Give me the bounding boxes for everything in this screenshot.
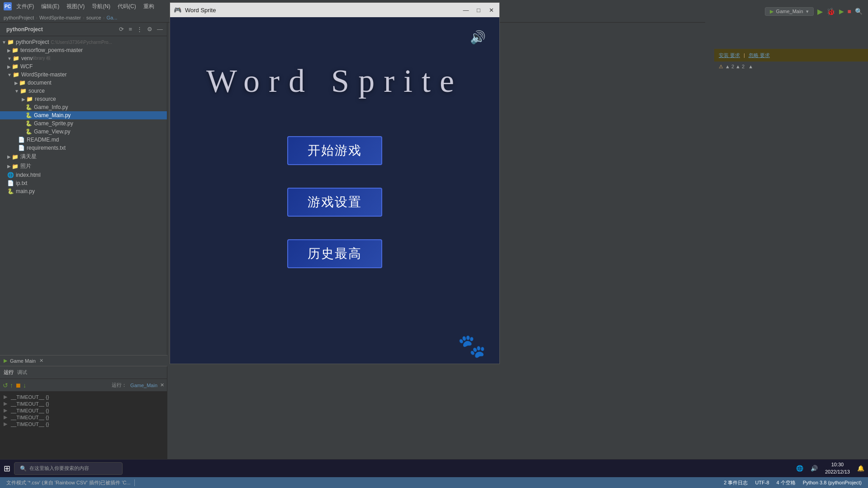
debug-tab-label[interactable]: 调试 xyxy=(17,369,27,376)
settings-button[interactable]: 游戏设置 xyxy=(287,188,382,217)
tree-requirements[interactable]: 📄 requirements.txt xyxy=(0,144,167,152)
run-tab-label[interactable]: 运行 xyxy=(4,369,14,376)
requirements-label: requirements.txt xyxy=(27,145,66,151)
start-game-button[interactable]: 开始游戏 xyxy=(287,136,382,165)
breadcrumb-folder2[interactable]: source xyxy=(86,15,101,20)
history-label: 历史最高 xyxy=(308,245,362,262)
stop-button[interactable]: ■ xyxy=(848,8,851,15)
run-config-label: Game_Main xyxy=(776,9,803,14)
tree-readme[interactable]: 📄 README.md xyxy=(0,136,167,144)
breadcrumb-sep3: › xyxy=(103,15,105,20)
breadcrumb-sep1: › xyxy=(36,15,38,20)
run-panel-toolbar: ↺ ↑ ⏹ ↓ 运行： Game_Main ✕ xyxy=(0,379,167,392)
menu-view[interactable]: 视图(V) xyxy=(64,2,87,11)
project-label: pythonProject xyxy=(3,26,116,33)
run-button[interactable]: ▶ xyxy=(817,7,823,16)
tree-main-py[interactable]: 🐍 main.py xyxy=(0,187,167,195)
status-bar: 文件模式 '*.csv' (来自 'Rainbow CSV' 插件)已被插件 '… xyxy=(0,477,868,488)
minimize-button[interactable]: — xyxy=(461,5,470,14)
arrow-icon-1: ▶ xyxy=(4,394,7,400)
coverage-button[interactable]: ▶ xyxy=(839,8,844,15)
resource-label: resource xyxy=(35,96,56,102)
status-left: 文件模式 '*.csv' (来自 'Rainbow CSV' 插件)已被插件 '… xyxy=(4,479,135,486)
tree-game-sprite[interactable]: 🐍 Game_Sprite.py xyxy=(0,119,167,128)
close-run-tab[interactable]: ✕ xyxy=(160,382,164,388)
game-window-title: Word Sprite xyxy=(185,7,458,14)
tree-game-view[interactable]: 🐍 Game_View.py xyxy=(0,128,167,136)
indent-label[interactable]: 4 个空格 xyxy=(774,479,798,486)
run-panel-label-bar: ▶ Game Main ✕ xyxy=(0,355,167,366)
install-bar: 安装 要求 | 忽略 要求 xyxy=(714,49,868,62)
console-line-3: ▶ __TIMEOUT__ {} xyxy=(4,407,163,414)
history-button[interactable]: 历史最高 xyxy=(287,239,382,268)
close-button[interactable]: ✕ xyxy=(487,5,496,14)
taskbar-network-icon[interactable]: 🌐 xyxy=(796,465,803,472)
tree-wcf[interactable]: ▶ 📁 WCF xyxy=(0,62,167,71)
taskbar-volume-icon[interactable]: 🔊 xyxy=(811,465,818,472)
source-label: source xyxy=(28,88,45,94)
maximize-button[interactable]: □ xyxy=(474,5,483,14)
run-panel-close[interactable]: ✕ xyxy=(39,358,43,364)
tree-index-html[interactable]: 🌐 index.html xyxy=(0,171,167,179)
warning-expand[interactable]: ▲ xyxy=(748,64,753,69)
tree-venv[interactable]: ▼ 📁 venv library 根 xyxy=(0,54,167,62)
debug-button[interactable]: 🐞 xyxy=(826,7,835,16)
menu-code[interactable]: 代码(C) xyxy=(115,2,139,11)
breadcrumb-folder1[interactable]: WordSprite-master xyxy=(39,15,81,20)
taskbar-date: 2022/12/13 xyxy=(825,469,850,475)
sound-icon[interactable]: 🔊 xyxy=(470,30,486,45)
sidebar-settings-icon[interactable]: ⚙ xyxy=(146,25,154,33)
up-button[interactable]: ↑ xyxy=(10,382,13,389)
language-label[interactable]: Python 3.8 (pythonProject) xyxy=(800,480,864,485)
encoding-label[interactable]: UTF-8 xyxy=(752,480,772,485)
menu-edit[interactable]: 编辑(E) xyxy=(38,2,62,11)
run-panel-icon: ▶ xyxy=(4,358,7,364)
console-text-2: __TIMEOUT__ {} xyxy=(11,401,49,407)
console-output: ▶ __TIMEOUT__ {} ▶ __TIMEOUT__ {} ▶ __TI… xyxy=(0,392,167,429)
tree-wordsprite[interactable]: ▼ 📁 WordSprite-master xyxy=(0,71,167,79)
run-name-tab[interactable]: Game_Main xyxy=(130,383,157,388)
breadcrumb-sep2: › xyxy=(83,15,85,20)
console-line-2: ▶ __TIMEOUT__ {} xyxy=(4,400,163,407)
sidebar-sync-icon[interactable]: ⟳ xyxy=(118,25,125,33)
down-button[interactable]: ↓ xyxy=(23,382,26,389)
search-button[interactable]: 🔍 xyxy=(855,8,863,15)
root-path: C:\Users\37364\PycharmPro... xyxy=(51,40,112,45)
ignore-link[interactable]: 忽略 要求 xyxy=(749,52,770,59)
rerun-button[interactable]: ↺ xyxy=(3,382,8,389)
start-button[interactable]: ⊞ xyxy=(4,464,10,474)
tree-document[interactable]: ▶ 📁 document xyxy=(0,79,167,87)
tree-resource[interactable]: ▶ 📁 resource xyxy=(0,95,167,103)
tree-root[interactable]: ▼ 📁 pythonProject C:\Users\37364\Pycharm… xyxy=(0,38,167,46)
sidebar-minimize-icon[interactable]: — xyxy=(156,25,164,33)
tree-mantianjing[interactable]: ▶ 📁 满天星 xyxy=(0,152,167,161)
tree-tensorflow[interactable]: ▶ 📁 tensorflow_poems-master xyxy=(0,46,167,54)
index-html-label: index.html xyxy=(16,172,41,178)
taskbar-notification-icon[interactable]: 🔔 xyxy=(857,465,864,472)
install-link[interactable]: 安装 要求 xyxy=(719,52,740,59)
game-titlebar: 🎮 Word Sprite — □ ✕ xyxy=(170,3,499,17)
stop-run-button[interactable]: ⏹ xyxy=(15,382,21,389)
sidebar-collapse-icon[interactable]: ≡ xyxy=(127,25,133,33)
wcf-label: WCF xyxy=(20,63,33,70)
game-view-label: Game_View.py xyxy=(34,128,71,135)
taskbar-clock: 10:30 2022/12/13 xyxy=(825,461,850,475)
tree-source[interactable]: ▼ 📁 source xyxy=(0,87,167,95)
tree-ip-txt[interactable]: 📄 ip.txt xyxy=(0,179,167,187)
menu-refactor[interactable]: 重构 xyxy=(141,2,157,11)
menu-nav[interactable]: 导航(N) xyxy=(89,2,113,11)
breadcrumb-current[interactable]: Ga... xyxy=(106,15,117,20)
menu-file[interactable]: 文件(F) xyxy=(14,2,37,11)
ip-txt-label: ip.txt xyxy=(16,180,27,186)
search-bar[interactable]: 🔍 在这里输入你要搜索的内容 xyxy=(14,462,123,475)
breadcrumb-project[interactable]: pythonProject xyxy=(4,15,34,20)
tree-game-info[interactable]: 🐍 Game_Info.py xyxy=(0,103,167,111)
run-config-selector[interactable]: ▶ Game_Main ▾ xyxy=(765,7,814,16)
tree-photos[interactable]: ▶ 📁 照片 xyxy=(0,161,167,171)
events-label[interactable]: 2 事件日志 xyxy=(721,479,750,486)
sidebar-menu-icon[interactable]: ⋮ xyxy=(135,25,144,33)
console-text-1: __TIMEOUT__ {} xyxy=(11,394,49,400)
tree-game-main[interactable]: 🐍 Game_Main.py xyxy=(0,111,167,119)
settings-label: 游戏设置 xyxy=(308,194,362,211)
warning-icon: ⚠ xyxy=(719,64,723,70)
